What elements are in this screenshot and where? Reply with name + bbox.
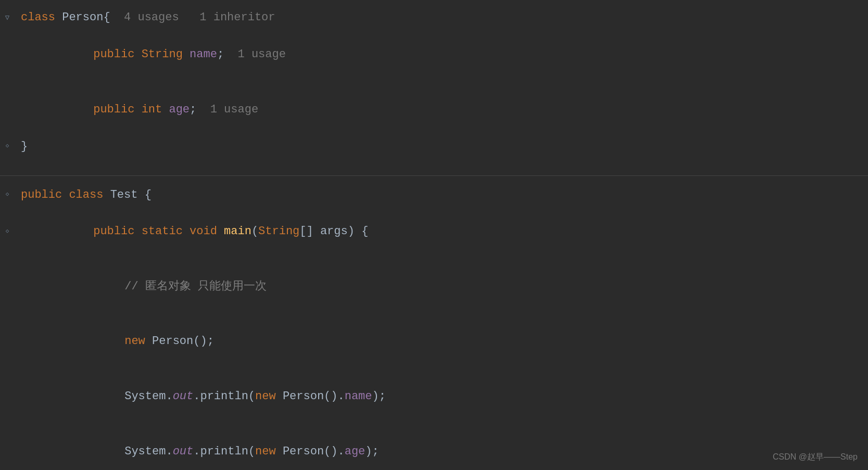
watermark: CSDN @赵早——Step — [773, 450, 858, 464]
spacer2 — [0, 180, 868, 185]
code-line-2: public String name; 1 usage — [0, 27, 868, 82]
token: Person(); — [152, 335, 214, 348]
fold-close-1: ◇ — [6, 142, 9, 151]
code-line-5: ◇ public class Test { — [0, 185, 868, 204]
token: 1 usage — [210, 103, 258, 116]
token: name — [345, 390, 372, 403]
gutter-8 — [0, 314, 15, 369]
fold-arrow-1[interactable]: ▽ — [5, 12, 9, 23]
token: [] args) { — [299, 225, 368, 238]
token: main — [224, 225, 251, 238]
token: public — [93, 48, 141, 61]
code-line-10: System.out.println(new Person().age); — [0, 424, 868, 470]
gutter-7 — [0, 259, 15, 314]
gutter-6: ◇ — [0, 204, 15, 259]
gutter-5: ◇ — [0, 185, 15, 204]
fold-arrow-6[interactable]: ◇ — [6, 227, 9, 236]
gutter-2 — [0, 27, 15, 82]
token: new — [124, 335, 152, 348]
token: class — [21, 8, 62, 27]
gutter-3 — [0, 82, 15, 137]
token: new — [255, 390, 283, 403]
code-line-1: ▽ class Person{ 4 usages 1 inheritor — [0, 8, 868, 27]
code-line-9: System.out.println(new Person().name); — [0, 369, 868, 424]
token: public — [21, 186, 69, 204]
token: } — [21, 137, 28, 156]
spacer — [0, 156, 868, 171]
gutter-4: ◇ — [0, 137, 15, 156]
code-editor: ▽ class Person{ 4 usages 1 inheritor pub… — [0, 0, 868, 470]
token: String — [258, 225, 299, 238]
token: public — [93, 103, 141, 116]
token: ( — [251, 225, 258, 238]
token: ); — [372, 390, 386, 403]
code-line-4: ◇ } — [0, 137, 868, 156]
token: new — [255, 445, 283, 458]
token: String — [142, 48, 190, 61]
token: name — [190, 48, 217, 61]
token: Person(). — [283, 445, 345, 458]
gutter-9 — [0, 369, 15, 424]
code-line-3: public int age; 1 usage — [0, 82, 868, 137]
token: out — [173, 390, 194, 403]
token: age — [345, 445, 366, 458]
token: .println( — [193, 445, 255, 458]
token: age — [169, 103, 190, 116]
token: ); — [365, 445, 379, 458]
separator — [0, 175, 868, 176]
token: Test { — [110, 186, 152, 204]
token: // 匿名对象 只能使用一次 — [124, 280, 267, 293]
gutter-10 — [0, 424, 15, 470]
token: class — [69, 186, 110, 204]
token: Person(). — [283, 390, 345, 403]
token: ; — [217, 48, 238, 61]
token: public — [93, 225, 141, 238]
token: void — [190, 225, 224, 238]
gutter-1: ▽ — [0, 8, 15, 27]
code-line-7: // 匿名对象 只能使用一次 — [0, 259, 868, 314]
token: .println( — [193, 390, 255, 403]
code-line-6: ◇ public static void main(String[] args)… — [0, 204, 868, 259]
token: static — [142, 225, 190, 238]
token: System. — [124, 445, 172, 458]
fold-arrow-5[interactable]: ◇ — [6, 190, 9, 199]
token: 4 usages 1 — [124, 8, 213, 27]
token: out — [173, 445, 194, 458]
token: System. — [124, 390, 172, 403]
code-line-8: new Person(); — [0, 314, 868, 369]
token: int — [142, 103, 169, 116]
token-inheritor: inheritor — [213, 8, 275, 27]
token: Person{ — [62, 8, 124, 27]
token: ; — [190, 103, 210, 116]
token: 1 usage — [237, 48, 285, 61]
